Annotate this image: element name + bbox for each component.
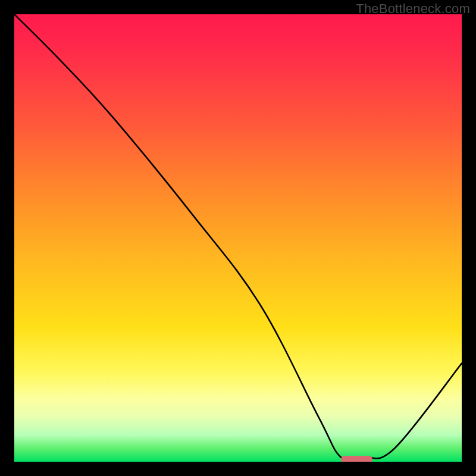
- chart-container: TheBottleneck.com: [0, 0, 476, 476]
- optimal-range-marker: [341, 456, 372, 462]
- bottleneck-curve: [14, 14, 462, 462]
- plot-area: [14, 14, 462, 462]
- watermark-text: TheBottleneck.com: [356, 1, 470, 17]
